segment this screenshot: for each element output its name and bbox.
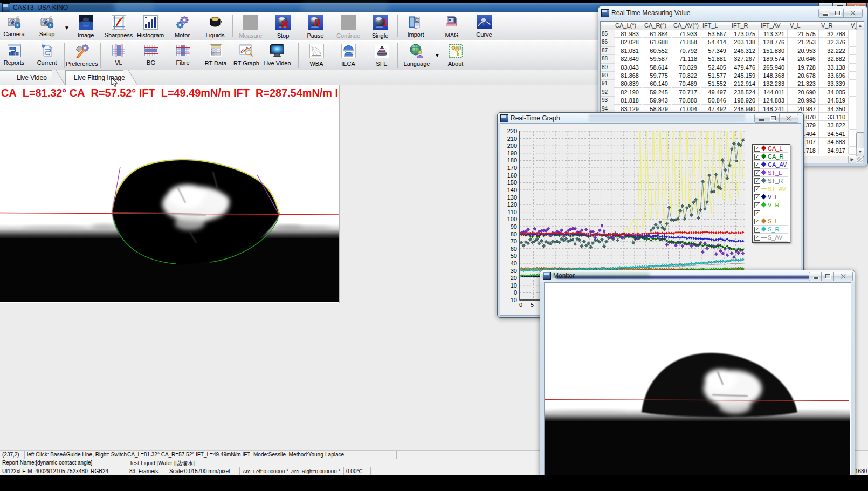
svg-text:5: 5	[531, 302, 534, 308]
svg-text:110: 110	[507, 209, 517, 215]
svg-text:-10: -10	[508, 297, 517, 303]
svg-text:80: 80	[511, 231, 517, 237]
svg-text:0: 0	[519, 302, 522, 308]
svg-text:210: 210	[507, 135, 517, 142]
svg-text:130: 130	[507, 194, 517, 201]
svg-text:220: 220	[507, 128, 517, 134]
svg-text:90: 90	[511, 223, 517, 230]
svg-text:10: 10	[511, 282, 517, 289]
svg-text:0: 0	[514, 289, 517, 296]
svg-text:100: 100	[507, 216, 517, 222]
svg-text:40: 40	[511, 260, 517, 267]
svg-text:200: 200	[507, 142, 517, 149]
svg-text:60: 60	[511, 246, 517, 252]
svg-text:70: 70	[511, 238, 517, 244]
svg-text:50: 50	[511, 253, 517, 259]
svg-text:150: 150	[507, 179, 517, 186]
svg-text:120: 120	[507, 201, 517, 208]
svg-text:20: 20	[511, 275, 517, 281]
svg-text:160: 160	[507, 172, 517, 179]
svg-text:180: 180	[507, 157, 517, 163]
svg-text:140: 140	[507, 187, 517, 193]
svg-text:190: 190	[507, 150, 517, 156]
svg-text:30: 30	[511, 268, 517, 274]
svg-text:170: 170	[507, 165, 517, 171]
